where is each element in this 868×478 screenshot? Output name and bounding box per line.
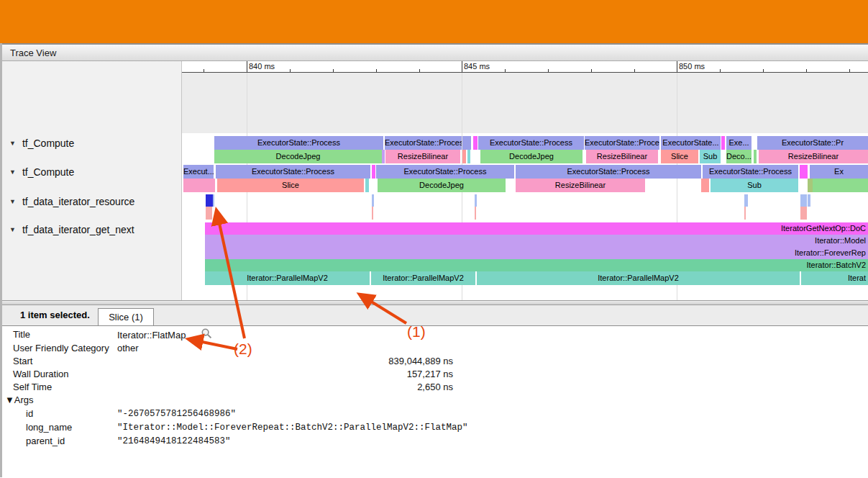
trace-event[interactable]: Sub (711, 179, 798, 192)
arg-name: long_name (26, 421, 72, 434)
trace-event[interactable]: Iterat (801, 271, 868, 285)
details-panel: TitleIterator::FlatMapUser Friendly Cate… (2, 326, 868, 477)
trace-event[interactable] (475, 194, 477, 207)
trace-event[interactable] (206, 194, 213, 207)
trace-event[interactable]: Execut... (183, 165, 214, 179)
trace-event[interactable] (800, 165, 808, 179)
trace-event[interactable] (213, 194, 214, 207)
ruler-tick (806, 69, 807, 72)
sidebar-row-label: tf_Compute (22, 166, 74, 178)
detail-label: Start (13, 355, 32, 368)
tab-slice[interactable]: Slice (1) (98, 308, 154, 325)
trace-event[interactable]: Slice (661, 150, 698, 163)
trace-event[interactable]: IteratorGetNextOp::DoC (205, 222, 868, 235)
arg-name: parent_id (26, 435, 65, 448)
trace-event[interactable] (372, 165, 375, 179)
trace-event[interactable] (744, 207, 746, 220)
trace-event[interactable]: ResizeBilinear (385, 150, 460, 163)
ruler-tick (290, 69, 291, 72)
arg-row: long_name"Iterator::Model::ForeverRepeat… (2, 421, 868, 434)
trace-event[interactable] (473, 136, 478, 150)
detail-row: Self Time2,650 ns (2, 381, 868, 394)
trace-event[interactable]: ExecutorState::Pr (757, 136, 868, 150)
top-banner (0, 0, 868, 43)
trace-event[interactable] (813, 179, 868, 192)
trace-event[interactable]: ExecutorState::Process (478, 136, 584, 150)
panel-splitter[interactable] (2, 300, 868, 305)
trace-event[interactable]: Iterator::ParallelMapV2 (205, 271, 370, 285)
collapse-triangle-icon[interactable]: ▼ (9, 198, 16, 205)
sidebar-row-tf_data_iterator_get_next[interactable]: ▼tf_data_iterator_get_next (9, 223, 134, 236)
trace-event[interactable] (372, 194, 374, 207)
detail-value: other (117, 342, 139, 355)
trace-event[interactable]: ExecutorState::Process (516, 165, 701, 179)
detail-value-text: other (117, 342, 139, 355)
collapse-triangle-icon[interactable]: ▼ (9, 140, 16, 147)
timeline-ruler: 840 ms845 ms850 ms (182, 61, 868, 73)
trace-event[interactable] (744, 194, 748, 207)
trace-event[interactable] (462, 136, 471, 150)
trace-event[interactable]: ResizeBilinear (759, 150, 868, 163)
detail-row: Start839,044,889 ns (2, 355, 868, 368)
trace-event[interactable] (467, 150, 470, 163)
ruler-major-tick (462, 61, 462, 72)
trace-event[interactable] (372, 207, 373, 220)
trace-event[interactable]: Slice (217, 179, 364, 192)
ruler-major-tick (247, 61, 247, 72)
trace-event[interactable] (800, 207, 807, 220)
trace-event[interactable]: Iterator::ForeverRep (205, 247, 868, 259)
detail-row: User Friendly Categoryother (2, 342, 868, 355)
details-tab-bar: 1 item selected. Slice (1) (2, 305, 868, 326)
trace-event[interactable]: Iterator::ParallelMapV2 (371, 271, 475, 285)
trace-event[interactable] (206, 207, 212, 220)
magnifier-icon[interactable] (201, 328, 212, 343)
trace-event[interactable]: ResizeBilinear (586, 150, 658, 163)
sidebar-row-tf_Compute[interactable]: ▼tf_Compute (9, 166, 74, 179)
trace-event[interactable]: ExecutorState::Process (385, 136, 462, 150)
ruler-tick (720, 69, 721, 72)
trace-event[interactable] (475, 207, 476, 220)
trace-event[interactable] (382, 150, 385, 163)
trace-event[interactable]: ResizeBilinear (516, 179, 645, 192)
trace-event[interactable] (808, 194, 810, 207)
timeline-empty-area (182, 73, 868, 133)
trace-event[interactable] (365, 179, 369, 192)
trace-event[interactable]: Iterator::ParallelMapV2 (477, 271, 800, 285)
ruler-tick-label: 840 ms (249, 62, 275, 71)
detail-value: Iterator::FlatMap (117, 328, 212, 343)
trace-event[interactable]: Exe... (726, 136, 751, 150)
detail-label: User Friendly Category (13, 342, 109, 355)
trace-event[interactable]: Sub (700, 150, 721, 163)
trace-event[interactable] (754, 150, 757, 163)
sidebar-row-tf_data_iterator_resource[interactable]: ▼tf_data_iterator_resource (9, 195, 134, 208)
trace-event[interactable]: Ex (810, 165, 868, 179)
trace-event[interactable] (721, 136, 725, 150)
trace-event[interactable] (183, 179, 215, 192)
trace-event[interactable]: Iterator::BatchV2 (205, 259, 868, 271)
selection-status: 1 item selected. (20, 305, 90, 325)
trace-event[interactable]: ExecutorState::Process (703, 165, 798, 179)
trace-event[interactable] (808, 179, 813, 192)
detail-label: Title (13, 328, 30, 341)
collapse-triangle-icon[interactable]: ▼ (9, 168, 16, 176)
trace-event[interactable]: ExecutorState::Process (214, 136, 383, 150)
args-toggle[interactable]: ▼Args (5, 394, 34, 407)
ruler-tick (204, 69, 204, 72)
trace-event[interactable] (800, 194, 807, 207)
trace-event[interactable]: Deco... (726, 150, 751, 163)
trace-event[interactable]: DecodeJpeg (480, 150, 583, 163)
trace-event[interactable] (462, 150, 466, 163)
trace-event[interactable]: DecodeJpeg (378, 179, 506, 192)
trace-event[interactable]: ExecutorState... (661, 136, 721, 150)
trace-event[interactable]: DecodeJpeg (214, 150, 382, 163)
collapse-triangle-icon[interactable]: ▼ (9, 226, 16, 233)
sidebar-row-tf_Compute[interactable]: ▼tf_Compute (9, 137, 74, 150)
ruler-tick (634, 69, 635, 72)
trace-event[interactable] (701, 179, 709, 192)
trace-event[interactable]: ExecutorState::Process (585, 136, 659, 150)
trace-event[interactable]: ExecutorState::Process (376, 165, 514, 179)
trace-event[interactable]: ExecutorState::Process (216, 165, 370, 179)
timeline-canvas[interactable]: 840 ms845 ms850 ms ExecutorState::Proces… (182, 61, 868, 300)
trace-event[interactable]: Iterator::Model (205, 235, 868, 247)
arg-name: id (26, 407, 33, 420)
